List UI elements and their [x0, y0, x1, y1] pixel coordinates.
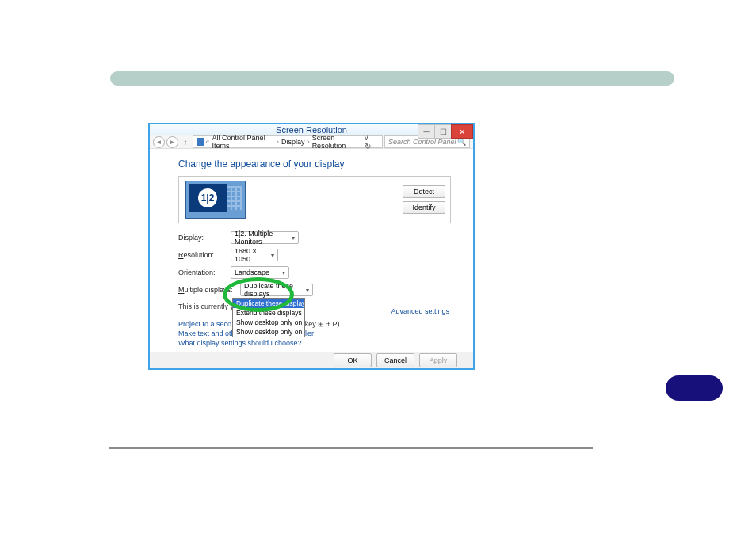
page-heading: Change the appearance of your display — [178, 158, 451, 169]
refresh-icon[interactable]: v ↻ — [365, 133, 379, 150]
ok-button[interactable]: OK — [334, 353, 372, 367]
text-size-link[interactable]: Make text and other items larger or smal… — [178, 329, 451, 337]
window-title: Screen Resolution — [276, 125, 347, 135]
close-button[interactable]: ✕ — [451, 124, 473, 139]
decorative-pill — [666, 375, 723, 401]
window-controls: ─ ☐ ✕ — [418, 124, 473, 140]
decorative-top-bar — [110, 71, 674, 86]
identify-button[interactable]: Identify — [403, 201, 445, 214]
dialog-footer: OK Cancel Apply — [150, 352, 473, 368]
titlebar: Screen Resolution ─ ☐ ✕ — [150, 124, 473, 135]
cancel-button[interactable]: Cancel — [376, 353, 414, 367]
links-block: Project to a seco logo key ⊞ + P) Make t… — [178, 318, 451, 347]
apply-button[interactable]: Apply — [419, 353, 457, 367]
forward-button[interactable]: ► — [166, 136, 178, 148]
advanced-settings-link[interactable]: Advanced settings — [391, 307, 449, 315]
display-label: Display: — [178, 234, 226, 242]
monitor-preview[interactable]: 1|2 — [184, 179, 247, 220]
multiple-displays-select[interactable]: Duplicate these displays ▾ — [240, 284, 313, 296]
resolution-label: Resolution: — [178, 251, 226, 259]
detect-button[interactable]: Detect — [403, 185, 445, 198]
project-link[interactable]: Project to a seco — [178, 320, 231, 328]
chevron-down-icon: ▾ — [306, 287, 309, 294]
back-button[interactable]: ◄ — [153, 136, 165, 148]
project-line: Project to a seco logo key ⊞ + P) — [178, 318, 451, 328]
decorative-rule — [109, 447, 593, 449]
dropdown-option[interactable]: Show desktop only on 1 — [233, 318, 304, 327]
orientation-row: Orientation: Landscape ▾ — [178, 266, 451, 279]
breadcrumb[interactable]: « All Control Panel Items › Display › Sc… — [193, 135, 383, 148]
chevron-right-icon: › — [307, 138, 310, 146]
multiple-displays-row: Multiple displays: Duplicate these displ… — [178, 284, 451, 296]
maximize-button[interactable]: ☐ — [434, 124, 452, 139]
minimize-button[interactable]: ─ — [418, 124, 435, 139]
display-row: Display: 1|2. Multiple Monitors ▾ — [178, 231, 451, 244]
breadcrumb-sep: « — [206, 138, 210, 146]
chevron-right-icon: › — [277, 138, 279, 146]
screen-resolution-window: Screen Resolution ─ ☐ ✕ ◄ ► ↑ « All Cont… — [148, 123, 475, 370]
resolution-select[interactable]: 1680 × 1050 ▾ — [231, 249, 278, 261]
chevron-down-icon: ▾ — [292, 234, 295, 242]
breadcrumb-item[interactable]: Display — [281, 138, 305, 146]
multiple-displays-label: Multiple displays: — [178, 286, 235, 294]
display-preview-box: 1|2 Detect Identify — [178, 176, 451, 223]
display-select[interactable]: 1|2. Multiple Monitors ▾ — [231, 231, 299, 244]
control-panel-icon — [197, 138, 204, 146]
up-button[interactable]: ↑ — [180, 138, 191, 147]
multiple-displays-dropdown: Duplicate these displays Extend these di… — [232, 298, 305, 337]
display-value: 1|2. Multiple Monitors — [235, 230, 292, 246]
dropdown-option[interactable]: Duplicate these displays — [233, 299, 304, 308]
monitor-1-icon: 1|2 — [189, 184, 227, 212]
orientation-select[interactable]: Landscape ▾ — [231, 266, 289, 279]
chevron-down-icon: ▾ — [282, 269, 285, 276]
breadcrumb-item[interactable]: Screen Resolution — [312, 134, 362, 150]
dropdown-option[interactable]: Show desktop only on 2 — [233, 327, 304, 337]
preview-buttons: Detect Identify — [403, 185, 445, 214]
settings-form: Display: 1|2. Multiple Monitors ▾ Resolu… — [178, 231, 451, 347]
content-area: Change the appearance of your display 1|… — [150, 149, 473, 352]
monitor-grid-icon — [226, 186, 242, 210]
resolution-value: 1680 × 1050 — [235, 247, 271, 263]
orientation-label: Orientation: — [178, 268, 226, 276]
which-settings-link[interactable]: What display settings should I choose? — [178, 339, 451, 347]
resolution-row: Resolution: 1680 × 1050 ▾ — [178, 249, 451, 261]
breadcrumb-item[interactable]: All Control Panel Items — [212, 134, 275, 150]
chevron-down-icon: ▾ — [271, 252, 274, 259]
dropdown-option[interactable]: Extend these displays — [233, 308, 304, 318]
monitor-number: 1|2 — [198, 188, 217, 207]
multiple-displays-value: Duplicate these displays — [244, 282, 306, 298]
orientation-value: Landscape — [235, 268, 269, 276]
